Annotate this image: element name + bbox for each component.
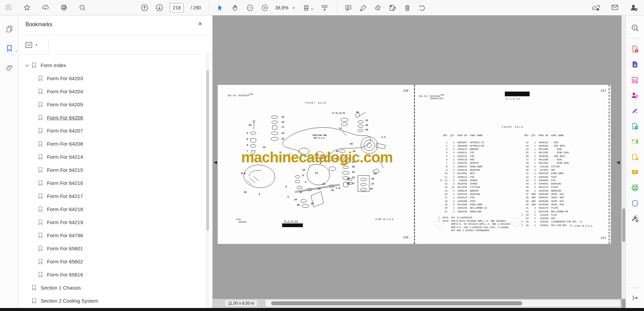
svg-text:15: 15 <box>352 176 355 179</box>
organize-pages-icon[interactable] <box>626 134 644 149</box>
bookmark-item[interactable]: Section 1 Chassis <box>19 281 205 294</box>
collapse-tools-rail-icon[interactable] <box>626 294 644 302</box>
hand-tool-icon[interactable] <box>231 3 239 12</box>
chevron-down-icon: ▾ <box>293 6 295 10</box>
svg-text:25: 25 <box>297 204 300 206</box>
comment-tool-icon[interactable] <box>626 165 644 180</box>
page-number-input[interactable] <box>170 3 184 12</box>
more-tools-icon[interactable] <box>626 211 644 226</box>
select-tool-icon[interactable] <box>216 3 225 12</box>
redo-rotate-icon[interactable] <box>418 3 427 12</box>
toolbar-divider <box>208 3 209 12</box>
bookmark-item-label: Form For 64217 <box>47 193 83 199</box>
bookmark-item[interactable]: Section 2 Cooling System <box>19 294 205 307</box>
bookmark-item[interactable]: Form For 65602 <box>19 255 205 268</box>
request-esignatures-icon[interactable] <box>626 88 644 103</box>
combine-files-icon[interactable] <box>626 149 644 165</box>
highlighter-icon[interactable] <box>359 3 368 12</box>
bookmark-item-label: Section 1 Chassis <box>41 285 81 291</box>
bookmark-item[interactable]: Form For 64207 <box>19 124 205 137</box>
bookmark-item[interactable]: Form For 64206 <box>19 111 205 124</box>
form-revision: 802049-R13 <box>430 98 443 100</box>
zoom-in-icon[interactable] <box>260 3 269 12</box>
previous-spread-arrow-icon[interactable]: ◀ <box>214 160 217 165</box>
page-title: FRONT AXLE <box>415 126 611 128</box>
share-link-icon[interactable] <box>592 3 600 12</box>
bookmark-item-label: Form Index <box>41 62 66 68</box>
svg-text:14: 14 <box>315 172 318 174</box>
star-icon[interactable] <box>22 3 31 12</box>
save-icon[interactable] <box>4 3 13 12</box>
redaction-box <box>505 92 530 96</box>
bookmark-item[interactable]: Form For 64219 <box>19 216 205 229</box>
svg-text:3: 3 <box>247 132 248 135</box>
bookmark-item[interactable]: Form For 64205 <box>19 98 205 111</box>
comment-icon[interactable] <box>344 3 353 12</box>
expand-tools-arrow-icon[interactable]: ◀ <box>616 160 620 165</box>
toolbar-divider <box>336 3 337 12</box>
email-icon[interactable] <box>610 3 619 12</box>
document-horizontal-scrollbar[interactable] <box>266 300 620 307</box>
bookmark-item[interactable]: Form For 64216 <box>19 176 205 190</box>
bookmark-icon <box>38 75 43 82</box>
share-upload-icon[interactable] <box>41 3 50 12</box>
bookmark-item[interactable]: Form For 64208 <box>19 137 205 150</box>
footer-form-label: FORM <box>236 218 240 221</box>
edit-pdf-icon[interactable] <box>626 72 644 88</box>
fill-and-sign-icon[interactable] <box>626 103 644 118</box>
print-icon[interactable] <box>59 3 68 12</box>
bookmark-item[interactable]: Form For 64217 <box>19 190 205 203</box>
bookmarks-scrollbar[interactable] <box>206 55 209 308</box>
edit-page-icon[interactable] <box>388 3 397 12</box>
zoom-level-dropdown[interactable]: 38,9% ▾ <box>275 5 295 10</box>
bookmarks-options-button[interactable]: ▾ <box>25 41 37 49</box>
page-number-bottom: 216 <box>403 236 409 239</box>
bookmark-item-label: Form For 64203 <box>47 75 83 81</box>
document-vertical-scrollbar-thumb[interactable] <box>622 208 625 242</box>
panel-collapse-notch-icon[interactable]: ‹ <box>15 48 17 53</box>
svg-text:17: 17 <box>352 182 355 185</box>
chevron-down-icon[interactable] <box>23 63 31 68</box>
search-tools-icon[interactable] <box>626 20 644 36</box>
table-notes: C NOTE- NOT ILLUSTRATED. D NOTE- UNITS W… <box>438 216 510 232</box>
scan-and-ocr-icon[interactable] <box>626 180 644 196</box>
export-pdf-icon[interactable] <box>626 57 644 72</box>
delete-trash-icon[interactable] <box>403 3 412 12</box>
create-pdf-icon[interactable] <box>626 41 644 57</box>
fit-width-icon[interactable] <box>301 3 314 12</box>
bookmark-icon <box>38 219 43 225</box>
bookmark-icon <box>38 127 43 134</box>
next-page-icon[interactable] <box>155 3 164 12</box>
bookmark-item[interactable]: Form For 64214 <box>19 150 205 163</box>
acrobat-window: / 290 38,9% ▾ <box>0 0 644 311</box>
bookmark-item[interactable]: Form Index <box>19 59 205 72</box>
document-horizontal-scrollbar-thumb[interactable] <box>271 301 522 305</box>
bookmark-item[interactable]: Form For 65601 <box>19 242 205 255</box>
attachments-icon[interactable] <box>0 60 18 75</box>
page-thumbnails-icon[interactable] <box>0 21 18 36</box>
close-icon[interactable]: × <box>198 19 202 28</box>
bookmark-item[interactable]: Form For 64203 <box>19 72 205 85</box>
bookmark-icon <box>38 88 43 95</box>
bookmark-item[interactable]: Form For 64204 <box>19 85 205 98</box>
search-icon[interactable] <box>78 3 87 12</box>
bookmark-item[interactable]: Form For 64215 <box>19 163 205 176</box>
bookmark-item[interactable]: Form For 64796 <box>19 229 205 242</box>
sign-pen-icon[interactable] <box>374 3 382 12</box>
page-scrolling-icon[interactable] <box>320 3 329 12</box>
pdf-page-217: 09-01 802049FORM 802049-R13 9-1-0-12 217… <box>414 85 611 244</box>
bookmarks-scrollbar-thumb[interactable] <box>206 70 209 230</box>
bookmark-item-label: Section 2 Cooling System <box>41 298 98 304</box>
bookmark-item-label: Form For 65602 <box>47 259 83 264</box>
bookmark-icon <box>31 284 37 291</box>
account-avatar-icon[interactable] <box>629 3 638 12</box>
page-number-top: 217 <box>601 89 606 93</box>
svg-text:24: 24 <box>294 198 297 201</box>
zoom-out-icon[interactable] <box>246 3 254 12</box>
bookmarks-panel: Bookmarks × ▾ Form IndexForm For 64203Fo… <box>19 15 213 308</box>
previous-page-icon[interactable] <box>140 3 149 12</box>
bookmark-item[interactable]: Form For 65616 <box>19 268 205 281</box>
convert-pdf-icon[interactable] <box>626 118 644 134</box>
bookmark-item[interactable]: Form For 64218 <box>19 203 205 216</box>
protect-icon[interactable] <box>626 196 644 211</box>
